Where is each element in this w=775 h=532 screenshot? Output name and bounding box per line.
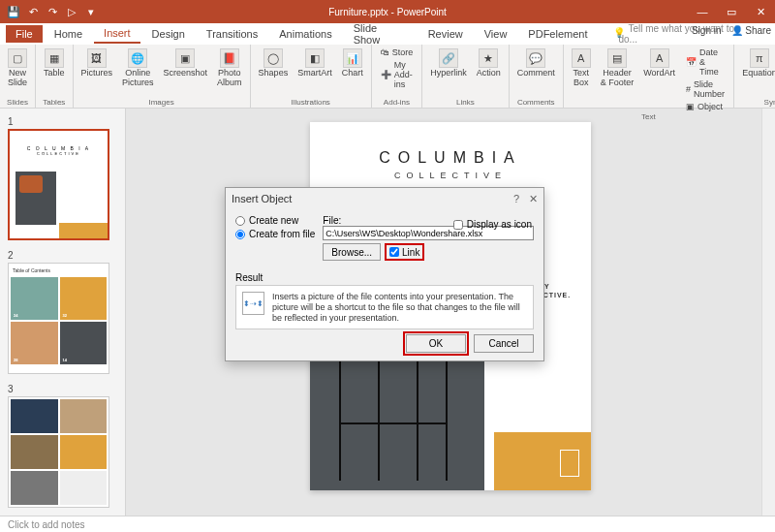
online-pictures-icon: 🌐 [128, 48, 147, 68]
thumbnail-2[interactable]: Table of Contents 24 32 28 14 [8, 263, 109, 374]
ok-button[interactable]: OK [406, 334, 466, 353]
group-tables: ▦Table Tables [36, 45, 74, 108]
comment-button[interactable]: 💬Comment [515, 47, 557, 80]
group-links: 🔗Hyperlink ★Action Links [422, 45, 510, 108]
slidenumber-button[interactable]: # Slide Number [683, 78, 728, 100]
quick-access-toolbar: 💾 ↶ ↷ ▷ ▾ [0, 4, 105, 19]
account-controls: Sign in 👤 Share [692, 25, 771, 36]
chart-button[interactable]: 📊Chart [340, 47, 365, 80]
thumbnail-3[interactable] [8, 396, 109, 508]
dialog-close-button[interactable]: ✕ [529, 193, 538, 205]
slide-accent-bar [494, 432, 591, 490]
datetime-button[interactable]: 📅 Date & Time [683, 47, 728, 78]
redo-icon[interactable]: ↷ [45, 4, 60, 19]
insert-object-dialog: Insert Object ? ✕ Create new Create from… [225, 187, 544, 361]
screenshot-icon: ▣ [175, 48, 195, 68]
group-text: AText Box ▤Header & Footer AWordArt 📅 Da… [564, 45, 734, 108]
comment-icon: 💬 [526, 48, 545, 68]
slide-subtitle: COLLECTIVE [310, 171, 591, 180]
table-icon: ▦ [45, 48, 64, 68]
table-button[interactable]: ▦Table [42, 47, 67, 80]
result-box: ⬍⇢⬍ Inserts a picture of the file conten… [235, 285, 534, 329]
tab-animations[interactable]: Animations [269, 25, 341, 43]
dialog-title: Insert Object [232, 193, 292, 204]
group-comments: 💬Comment Comments [510, 45, 564, 108]
pictures-icon: 🖼 [87, 48, 107, 68]
vertical-scrollbar[interactable] [761, 109, 775, 516]
thumbnail-1[interactable]: C O L U M B I ACOLLECTIVE [8, 129, 109, 240]
qat-more-icon[interactable]: ▾ [83, 4, 99, 19]
screenshot-button[interactable]: ▣Screenshot [162, 47, 210, 80]
pictures-button[interactable]: 🖼Pictures [79, 47, 115, 80]
thumb-number: 3 [8, 384, 117, 394]
group-slides: ▢New Slide Slides [0, 45, 36, 108]
dialog-titlebar: Insert Object ? ✕ [226, 188, 543, 209]
header-footer-icon: ▤ [607, 48, 627, 68]
group-images: 🖼Pictures 🌐Online Pictures ▣Screenshot 📕… [74, 45, 251, 108]
thumb1-title: C O L U M B I ACOLLECTIVE [10, 131, 108, 170]
group-illustrations: ◯Shapes ◧SmartArt 📊Chart Illustrations [251, 45, 372, 108]
smartart-button[interactable]: ◧SmartArt [295, 47, 334, 80]
equation-button[interactable]: πEquation [740, 47, 775, 80]
hyperlink-button[interactable]: 🔗Hyperlink [428, 47, 469, 80]
equation-icon: π [750, 48, 769, 68]
group-symbols: πEquation ΩSymbol Symbols [734, 45, 775, 108]
thumb-number: 2 [8, 250, 117, 261]
tab-transitions[interactable]: Transitions [197, 25, 267, 43]
tab-file[interactable]: File [6, 25, 43, 43]
tab-home[interactable]: Home [45, 25, 92, 43]
group-addins: 🛍 Store ➕ My Add-ins Add-ins [372, 45, 423, 108]
link-checkbox[interactable]: Link [385, 243, 424, 261]
result-label: Result [235, 272, 534, 283]
window-title: Furniture.pptx - PowerPoint [328, 7, 447, 17]
tab-design[interactable]: Design [142, 25, 195, 43]
ribbon-tabs: File Home Insert Design Transitions Anim… [0, 23, 775, 45]
slide-title: COLUMBIA [310, 122, 591, 167]
tab-insert[interactable]: Insert [94, 24, 140, 44]
browse-button[interactable]: Browse... [323, 243, 381, 261]
create-new-radio[interactable]: Create new [235, 215, 315, 226]
shapes-button[interactable]: ◯Shapes [257, 47, 291, 80]
photo-album-icon: 📕 [220, 48, 239, 68]
tab-review[interactable]: Review [418, 25, 473, 43]
share-button[interactable]: 👤 Share [731, 25, 771, 36]
new-slide-button[interactable]: ▢New Slide [6, 47, 29, 90]
photo-album-button[interactable]: 📕Photo Album [215, 47, 244, 90]
textbox-button[interactable]: AText Box [570, 47, 593, 90]
smartart-icon: ◧ [305, 48, 325, 68]
cancel-button[interactable]: Cancel [474, 334, 534, 353]
save-icon[interactable]: 💾 [6, 4, 21, 19]
notes-pane[interactable]: Click to add notes [0, 516, 775, 532]
thumb3-grid [9, 397, 108, 507]
undo-icon[interactable]: ↶ [25, 4, 41, 19]
slide-thumbnails: 1 C O L U M B I ACOLLECTIVE 2 Table of C… [0, 109, 126, 516]
new-slide-icon: ▢ [8, 48, 27, 68]
dialog-help-button[interactable]: ? [513, 193, 519, 205]
slideshow-start-icon[interactable]: ▷ [64, 4, 79, 19]
textbox-icon: A [572, 48, 591, 68]
display-as-icon-checkbox[interactable]: Display as icon [453, 219, 532, 230]
online-pictures-button[interactable]: 🌐Online Pictures [120, 47, 156, 90]
wordart-button[interactable]: AWordArt [641, 47, 677, 80]
hyperlink-icon: 🔗 [439, 48, 458, 68]
result-description: Inserts a picture of the file contents i… [272, 292, 527, 323]
my-addins-button[interactable]: ➕ My Add-ins [378, 59, 417, 90]
result-icon: ⬍⇢⬍ [242, 292, 264, 315]
signin-link[interactable]: Sign in [692, 25, 722, 36]
thumb-number: 1 [8, 116, 117, 127]
store-button[interactable]: 🛍 Store [378, 47, 417, 58]
thumb2-header: Table of Contents [9, 264, 108, 277]
action-icon: ★ [479, 48, 498, 68]
thumb2-grid: 24 32 28 14 [11, 277, 107, 364]
header-footer-button[interactable]: ▤Header & Footer [599, 47, 636, 90]
shapes-icon: ◯ [264, 48, 283, 68]
tab-pdfelement[interactable]: PDFelement [518, 25, 597, 43]
lightbulb-icon: 💡 [604, 24, 635, 41]
action-button[interactable]: ★Action [475, 47, 503, 80]
chart-icon: 📊 [343, 48, 362, 68]
thumb1-chair-image [16, 172, 56, 225]
create-from-file-radio[interactable]: Create from file [235, 229, 315, 239]
thumb1-bar [59, 223, 108, 238]
tab-view[interactable]: View [475, 25, 517, 43]
ribbon-insert: ▢New Slide Slides ▦Table Tables 🖼Picture… [0, 45, 775, 109]
